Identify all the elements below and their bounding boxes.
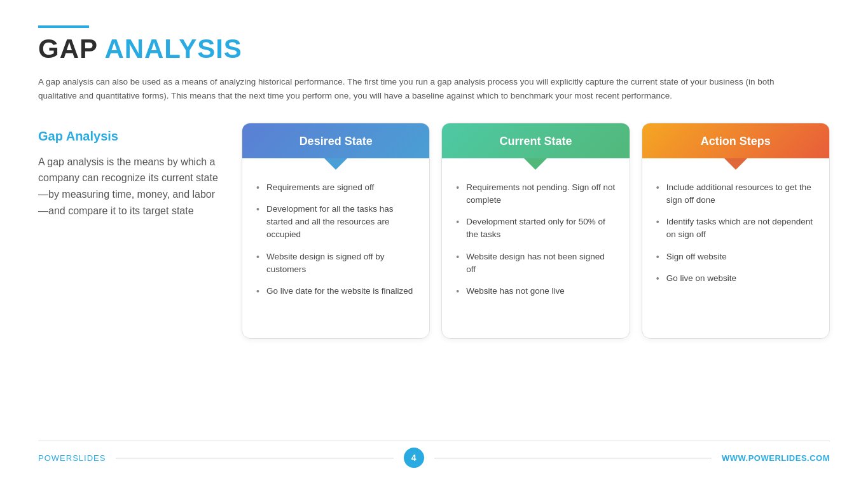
brand-blue: SLIDES bbox=[72, 453, 106, 463]
title-black: GAP bbox=[38, 34, 104, 64]
title-blue: ANALYSIS bbox=[104, 34, 242, 64]
list-item: Identify tasks which are not dependent o… bbox=[656, 216, 815, 242]
footer-brand: POWERSLIDES bbox=[38, 453, 106, 463]
card-desired-header: Desired State bbox=[242, 123, 429, 158]
main-content: Gap Analysis A gap analysis is the means… bbox=[38, 123, 830, 436]
card-desired: Desired State Requirements are signed of… bbox=[242, 123, 430, 339]
list-item: Go live date for the website is finalize… bbox=[256, 285, 415, 298]
left-panel: Gap Analysis A gap analysis is the means… bbox=[38, 123, 242, 219]
list-item: Development started only for 50% of the … bbox=[456, 216, 615, 242]
footer-website: WWW.POWERLIDES.COM bbox=[722, 453, 830, 463]
list-item: Website design has not been signed off bbox=[456, 250, 615, 277]
list-item: Requirements not pending. Sign off not c… bbox=[456, 181, 615, 207]
list-item: Go live on website bbox=[656, 272, 815, 285]
left-panel-title: Gap Analysis bbox=[38, 129, 223, 144]
action-list: Include additional resources to get the … bbox=[656, 181, 815, 285]
card-current-header: Current State bbox=[442, 123, 629, 158]
description-text: A gap analysis can also be used as a mea… bbox=[38, 75, 814, 104]
card-action: Action Steps Include additional resource… bbox=[642, 123, 830, 339]
list-item: Website design is signed off by customer… bbox=[256, 250, 415, 277]
list-item: Sign off website bbox=[656, 250, 815, 263]
page-badge: 4 bbox=[404, 448, 424, 468]
card-action-header: Action Steps bbox=[642, 123, 829, 158]
slide: GAP ANALYSIS A gap analysis can also be … bbox=[0, 0, 868, 487]
page-title: GAP ANALYSIS bbox=[38, 34, 830, 64]
card-current: Current State Requirements not pending. … bbox=[441, 123, 630, 339]
footer-line-right bbox=[434, 458, 712, 458]
card-desired-body: Requirements are signed off Development … bbox=[242, 158, 429, 338]
card-action-body: Include additional resources to get the … bbox=[642, 158, 829, 338]
footer: POWERSLIDES 4 WWW.POWERLIDES.COM bbox=[38, 441, 830, 468]
brand-black: POWER bbox=[38, 453, 72, 463]
card-current-body: Requirements not pending. Sign off not c… bbox=[442, 158, 629, 338]
desired-list: Requirements are signed off Development … bbox=[256, 181, 415, 298]
cards-area: Desired State Requirements are signed of… bbox=[242, 123, 830, 339]
header-bar bbox=[38, 25, 89, 28]
footer-line-left bbox=[116, 458, 393, 458]
list-item: Development for all the tasks has starte… bbox=[256, 203, 415, 242]
list-item: Requirements are signed off bbox=[256, 181, 415, 194]
list-item: Include additional resources to get the … bbox=[656, 181, 815, 207]
current-list: Requirements not pending. Sign off not c… bbox=[456, 181, 615, 298]
list-item: Website has not gone live bbox=[456, 285, 615, 298]
left-panel-text: A gap analysis is the means by which a c… bbox=[38, 154, 223, 219]
